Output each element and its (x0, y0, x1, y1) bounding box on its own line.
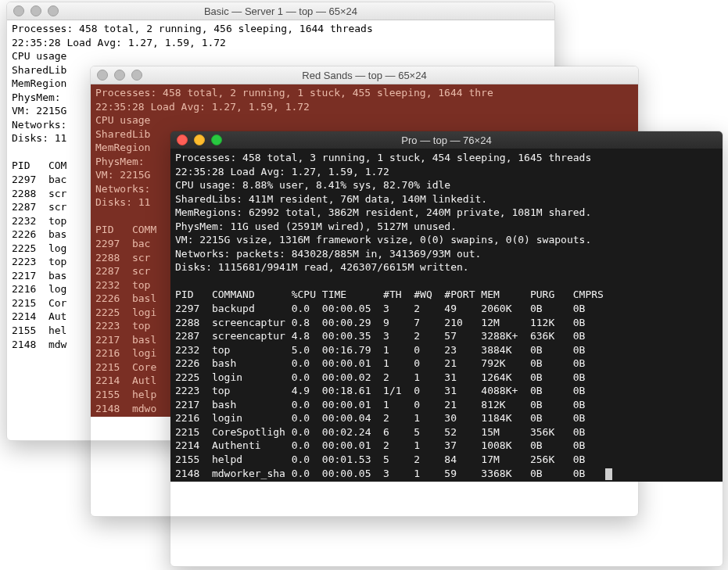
minimize-icon[interactable] (114, 70, 125, 81)
window-title: Basic — Server 1 — top — 65×24 (7, 5, 554, 17)
table-row: 2155 helpd 0.0 00:01.53 5 2 84 17M 256K … (175, 453, 718, 467)
zoom-icon[interactable] (131, 70, 142, 81)
terminal-line: PhysMem: 11G used (2591M wired), 5127M u… (175, 220, 718, 234)
terminal-window-pro[interactable]: Pro — top — 76×24 Processes: 458 total, … (170, 131, 723, 567)
table-row: 2215 CoreSpotligh 0.0 00:02.24 6 5 52 15… (175, 425, 718, 439)
terminal-line (175, 274, 718, 289)
titlebar-pro[interactable]: Pro — top — 76×24 (170, 131, 723, 149)
window-title: Red Sands — top — 65×24 (91, 70, 638, 81)
terminal-line: CPU usage (95, 113, 633, 127)
terminal-line: Processes: 458 total, 2 running, 456 sle… (12, 22, 550, 36)
terminal-line: Networks: packets: 843028/885M in, 34136… (175, 247, 718, 261)
table-row: 2287 screencaptur 4.8 00:00.35 3 2 57 32… (175, 329, 718, 343)
traffic-lights (97, 70, 142, 81)
table-row: 2216 login 0.0 00:00.04 2 1 30 1184K 0B … (175, 411, 718, 425)
terminal-line: MemRegions: 62992 total, 3862M resident,… (175, 206, 718, 220)
table-row: 2297 backupd 0.0 00:00.05 3 2 49 2060K 0… (175, 302, 718, 316)
traffic-lights (13, 5, 59, 16)
table-header: PID COMMAND %CPU TIME #TH #WQ #PORT MEM … (175, 288, 718, 302)
zoom-icon[interactable] (211, 134, 222, 145)
terminal-line: 22:35:28 Load Avg: 1.27, 1.59, 1.72 (175, 165, 718, 179)
close-icon[interactable] (13, 5, 24, 16)
terminal-line: 22:35:28 Load Avg: 1.27, 1.59, 1.72 (12, 36, 550, 50)
table-row: 2288 screencaptur 0.8 00:00.29 9 7 210 1… (175, 316, 718, 330)
close-icon[interactable] (97, 70, 108, 81)
terminal-line: SharedLibs: 411M resident, 76M data, 140… (175, 192, 718, 206)
terminal-body-pro[interactable]: Processes: 458 total, 3 running, 1 stuck… (170, 149, 723, 482)
cursor-icon (605, 468, 612, 480)
traffic-lights (177, 134, 222, 145)
terminal-line: CPU usage: 8.88% user, 8.41% sys, 82.70%… (175, 178, 718, 192)
minimize-icon[interactable] (30, 5, 41, 16)
table-row: 2226 bash 0.0 00:00.01 1 0 21 792K 0B 0B (175, 357, 718, 371)
table-row: 2223 top 4.9 00:18.61 1/1 0 31 4088K+ 0B… (175, 384, 718, 398)
terminal-line: VM: 2215G vsize, 1316M framework vsize, … (175, 233, 718, 247)
terminal-line: CPU usage (12, 49, 550, 63)
table-row: 2225 login 0.0 00:00.02 2 1 31 1264K 0B … (175, 371, 718, 385)
table-row: 2217 bash 0.0 00:00.01 1 0 21 812K 0B 0B (175, 398, 718, 412)
terminal-line: Processes: 458 total, 2 running, 1 stuck… (95, 86, 633, 100)
minimize-icon[interactable] (194, 134, 205, 145)
titlebar-basic[interactable]: Basic — Server 1 — top — 65×24 (7, 2, 554, 20)
table-row: 2232 top 5.0 00:16.79 1 0 23 3884K 0B 0B (175, 343, 718, 357)
table-row: 2148 mdworker_sha 0.0 00:00.05 3 1 59 33… (175, 467, 718, 481)
terminal-line: Processes: 458 total, 3 running, 1 stuck… (175, 151, 718, 165)
close-icon[interactable] (177, 134, 188, 145)
zoom-icon[interactable] (48, 5, 59, 16)
table-row: 2214 Authenti 0.0 00:00.01 2 1 37 1008K … (175, 439, 718, 453)
window-title: Pro — top — 76×24 (170, 134, 723, 146)
titlebar-redsands[interactable]: Red Sands — top — 65×24 (91, 66, 638, 84)
terminal-line: Disks: 1115681/9941M read, 426307/6615M … (175, 260, 718, 274)
terminal-line: 22:35:28 Load Avg: 1.27, 1.59, 1.72 (95, 100, 633, 114)
